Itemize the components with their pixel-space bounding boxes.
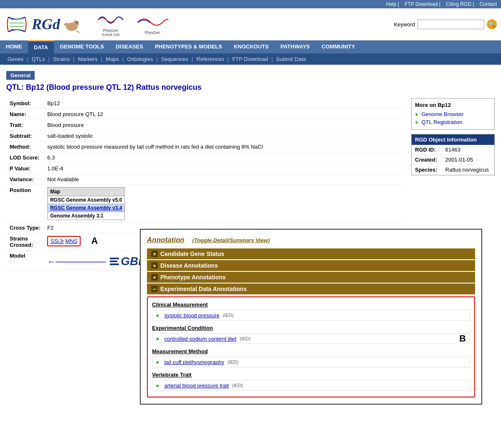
rgd-object-box: RGD Object Information RGD ID: 61463 Cre…: [411, 134, 495, 175]
qtl-registration-link[interactable]: ● QTL Registration: [415, 118, 491, 126]
trait-row: Trait: Blood pressure: [6, 120, 403, 131]
gbr-line-2: [110, 261, 117, 262]
subtrait-label: Subtrait:: [6, 131, 44, 142]
systolic-blood-pressure-link[interactable]: systolic blood pressure: [164, 312, 219, 319]
created-value: 2001-01-05: [442, 155, 494, 165]
nav-pathways[interactable]: PATHWAYS: [275, 40, 316, 53]
strain-mns-link[interactable]: MNS: [66, 238, 78, 244]
symbol-value: Bp12: [44, 98, 403, 109]
position-row: Position Map RGSC Genome Assembly v5.0 R…: [6, 185, 403, 223]
subnav-markers[interactable]: Markers: [75, 55, 101, 63]
gbr-line-3: [110, 263, 119, 265]
subnav-maps[interactable]: Maps: [102, 55, 122, 63]
physgen-logo: PhysGen: [136, 14, 169, 35]
green-dot-condition: ●: [156, 335, 159, 342]
disease-label: Disease Annotations: [160, 262, 218, 269]
lod-value: 6.3: [44, 152, 403, 163]
nav-home[interactable]: HOME: [0, 40, 28, 53]
nav-knockouts[interactable]: KNOCKOUTS: [228, 40, 275, 53]
method-value: systolic blood pressure measured by tail…: [44, 142, 403, 152]
gbr-logo-container: GBr: [110, 255, 143, 268]
svg-point-6: [76, 22, 78, 23]
general-badge: General: [6, 71, 35, 80]
name-row: Name: Blood pressure QTL 12: [6, 109, 403, 120]
green-dot-trait: ●: [156, 382, 159, 389]
experimental-condition-title: Experimental Condition: [152, 325, 470, 331]
subnav-qtls[interactable]: QTLs: [28, 55, 48, 63]
subnav-references[interactable]: References: [193, 55, 227, 63]
position-label: Position: [6, 185, 44, 223]
map-row-1[interactable]: RGSC Genome Assembly v5.0: [48, 196, 125, 204]
citing-rgd-link[interactable]: Citing RGD: [446, 1, 471, 7]
more-on-title: More on Bp12: [415, 102, 491, 108]
created-label: Created:: [412, 155, 442, 165]
rgd-object-title: RGD Object Information: [412, 134, 494, 145]
name-value: Blood pressure QTL 12: [44, 109, 403, 120]
experimental-toggle[interactable]: −: [151, 286, 158, 292]
rgd-id-value: 61463: [442, 145, 494, 155]
disease-toggle[interactable]: +: [151, 262, 158, 269]
anno-disease[interactable]: + Disease Annotations: [147, 260, 475, 271]
pvalue-value: 1.0E-4: [44, 163, 403, 174]
strain-ss-jr-link[interactable]: SS/Jr: [51, 238, 64, 244]
search-button[interactable]: 🔍: [487, 19, 497, 29]
rgd-id-label: RGD ID:: [412, 145, 442, 155]
ftp-download-link[interactable]: FTP Download: [405, 1, 438, 7]
candidate-gene-toggle[interactable]: +: [151, 251, 158, 257]
arrow-icon: ←——————: [47, 257, 106, 266]
arterial-blood-pressure-link[interactable]: arterial blood pressure trait: [164, 382, 229, 389]
tail-cuff-link[interactable]: tail cuff plethysmography: [164, 359, 224, 365]
anno-experimental[interactable]: − Experimental Data Annotations: [147, 283, 475, 294]
map-header-row: Map: [48, 187, 125, 196]
nav-diseases[interactable]: DISEASES: [110, 40, 149, 53]
nav-phenotypes[interactable]: PHENOTYPES & MODELS: [149, 40, 228, 53]
help-link[interactable]: Help: [386, 1, 397, 7]
map-row-2[interactable]: RGSC Genome Assembly v3.4: [48, 204, 125, 212]
rgd-id-row: RGD ID: 61463: [412, 145, 494, 155]
symbol-label: Symbol:: [6, 98, 44, 109]
sodium-diet-link[interactable]: controlled sodium content diet: [164, 336, 236, 342]
map-row-3-value: Genome Assembly 3.1: [48, 212, 125, 220]
subnav-strains[interactable]: Strains: [50, 55, 73, 63]
toggle-link[interactable]: (Toggle Detail/Summary View): [192, 237, 270, 243]
lod-label: LOD Score:: [6, 152, 44, 163]
clinical-ied-tag: (IED): [223, 313, 234, 318]
svg-line-8: [76, 31, 80, 33]
subnav-ftp[interactable]: FTP Download: [229, 55, 271, 63]
map-row-1-value: RGSC Genome Assembly v5.0: [48, 196, 125, 204]
green-dot-clinical: ●: [156, 312, 159, 319]
subnav-ontologies[interactable]: Ontologies: [124, 55, 156, 63]
phenotype-toggle[interactable]: +: [151, 274, 158, 281]
physgen-knockout-logo: PhysGenKnock Out: [94, 12, 127, 37]
anno-phenotype[interactable]: + Phenotype Annotations: [147, 272, 475, 283]
keyword-area: Keyword 🔍: [394, 19, 497, 29]
map-row-3[interactable]: Genome Assembly 3.1: [48, 212, 125, 220]
genome-browser-link[interactable]: ● Genome Browser: [415, 110, 491, 118]
keyword-input[interactable]: [418, 20, 484, 29]
dna-icon: [4, 15, 29, 34]
pvalue-label: P Value:: [6, 163, 44, 174]
annotation-title: Annotation (Toggle Detail/Summary View): [147, 236, 475, 244]
variance-value: Not Available: [44, 174, 403, 185]
annotation-panel: Annotation (Toggle Detail/Summary View) …: [140, 229, 482, 405]
variance-label: Variance:: [6, 174, 44, 185]
map-row-2-value: RGSC Genome Assembly v3.4: [48, 204, 125, 212]
nav-genome-tools[interactable]: GENOME TOOLS: [54, 40, 110, 53]
page-title: QTL: Bp12 (Blood pressure QTL 12) Rattus…: [6, 83, 495, 92]
subnav-submit[interactable]: Submit Data: [273, 55, 309, 63]
rgd-object-table: RGD ID: 61463 Created: 2001-01-05 Specie…: [412, 145, 494, 175]
method-label: Method:: [6, 142, 44, 152]
sub-nav: Genes | QTLs | Strains | Markers | Maps …: [0, 53, 501, 65]
green-dot-method: ●: [156, 359, 159, 365]
nav-community[interactable]: COMMUNITY: [316, 40, 361, 53]
subnav-sequences[interactable]: Sequences: [158, 55, 192, 63]
subnav-genes[interactable]: Genes: [4, 55, 27, 63]
anno-candidate-gene[interactable]: + Candidate Gene Status: [147, 248, 475, 259]
contact-link[interactable]: Contact: [480, 1, 497, 7]
candidate-gene-label: Candidate Gene Status: [160, 251, 224, 257]
gbr-line-1: [110, 258, 119, 259]
nav-data[interactable]: DATA: [28, 40, 54, 53]
right-sidebar: More on Bp12 ● Genome Browser ● QTL Regi…: [411, 98, 495, 175]
created-row: Created: 2001-01-05: [412, 155, 494, 165]
strains-label: Strains Crossed:: [6, 233, 44, 251]
